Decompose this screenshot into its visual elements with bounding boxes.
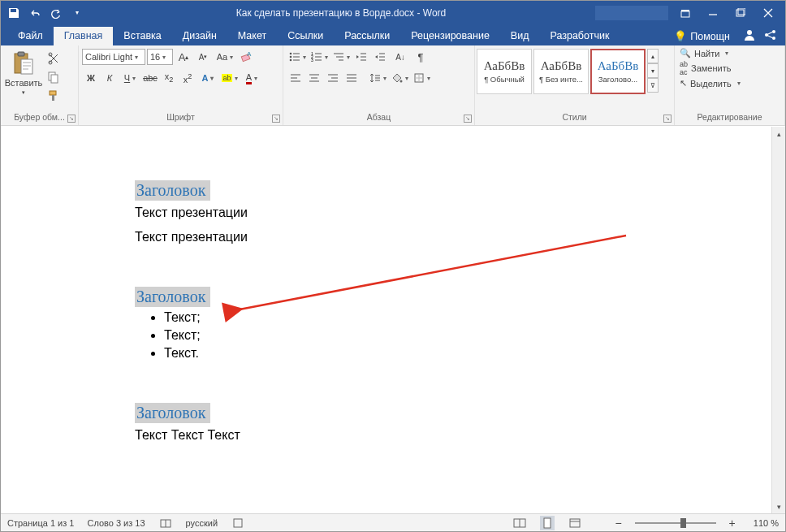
cut-button[interactable] bbox=[45, 50, 63, 67]
bullets-button[interactable]: ▾ bbox=[287, 48, 308, 66]
paragraph-dialog-launcher[interactable]: ↘ bbox=[464, 115, 472, 123]
multilevel-button[interactable]: ▾ bbox=[330, 48, 352, 66]
style-normal[interactable]: АаБбВв ¶ Обычный bbox=[477, 49, 532, 94]
zoom-slider-thumb[interactable] bbox=[680, 518, 686, 528]
sort-button[interactable]: A↓ bbox=[390, 48, 411, 66]
web-icon bbox=[569, 517, 581, 529]
styles-dialog-launcher[interactable]: ↘ bbox=[663, 115, 672, 123]
tab-mailings[interactable]: Рассылки bbox=[334, 27, 400, 45]
tell-me-search[interactable]: 💡 Помощн bbox=[669, 27, 735, 45]
numbering-button[interactable]: 123▾ bbox=[309, 48, 330, 66]
bold-button[interactable]: Ж bbox=[82, 69, 100, 87]
align-left-icon bbox=[290, 72, 301, 84]
align-center-button[interactable] bbox=[305, 69, 323, 87]
gallery-up-button[interactable]: ▴ bbox=[647, 49, 659, 63]
grow-font-button[interactable]: A▴ bbox=[175, 48, 192, 66]
web-layout-button[interactable] bbox=[568, 516, 582, 530]
gallery-more-button[interactable]: ⊽ bbox=[647, 78, 659, 93]
increase-indent-button[interactable] bbox=[371, 48, 389, 66]
justify-button[interactable] bbox=[343, 69, 361, 87]
format-painter-button[interactable] bbox=[45, 87, 63, 105]
document-page[interactable]: Заголовок Текст презентации Текст презен… bbox=[1, 127, 771, 513]
minimize-button[interactable] bbox=[699, 4, 727, 22]
underline-button[interactable]: Ч▾ bbox=[119, 69, 140, 87]
page-indicator[interactable]: Страница 1 из 1 bbox=[7, 518, 74, 528]
tab-design[interactable]: Дизайн bbox=[172, 27, 227, 45]
find-button[interactable]: 🔍Найти▾ bbox=[680, 48, 728, 58]
tab-view[interactable]: Вид bbox=[500, 27, 540, 45]
replace-button[interactable]: abacЗаменить bbox=[680, 60, 731, 76]
font-family-combo[interactable]: Calibri Light▾ bbox=[82, 49, 145, 65]
save-button[interactable] bbox=[4, 4, 24, 22]
clear-format-button[interactable]: A bbox=[238, 48, 256, 66]
zoom-in-button[interactable]: + bbox=[729, 517, 736, 530]
zoom-out-button[interactable]: − bbox=[615, 517, 621, 530]
user-button[interactable] bbox=[741, 27, 758, 43]
superscript-button[interactable]: x2 bbox=[179, 69, 196, 87]
close-button[interactable] bbox=[754, 4, 782, 22]
tab-insert[interactable]: Вставка bbox=[113, 27, 171, 45]
scroll-down-button[interactable]: ▾ bbox=[772, 500, 785, 513]
undo-button[interactable] bbox=[25, 4, 45, 22]
redo-button[interactable] bbox=[46, 4, 66, 22]
svg-point-56 bbox=[399, 80, 402, 83]
zoom-slider[interactable] bbox=[635, 522, 716, 524]
svg-rect-1 bbox=[681, 10, 689, 11]
window-title: Как сделать презентацию в Ворде.docx - W… bbox=[87, 7, 595, 19]
customize-qat-button[interactable]: ▾ bbox=[67, 4, 87, 22]
show-marks-button[interactable]: ¶ bbox=[412, 48, 430, 66]
read-icon bbox=[513, 517, 526, 529]
copy-button[interactable] bbox=[45, 68, 63, 86]
tab-developer[interactable]: Разработчик bbox=[539, 27, 620, 45]
italic-button[interactable]: К bbox=[101, 69, 119, 87]
share-button[interactable] bbox=[762, 27, 779, 43]
style-heading1[interactable]: АаБбВв Заголово... bbox=[590, 49, 646, 94]
tab-references[interactable]: Ссылки bbox=[277, 27, 334, 45]
scroll-up-button[interactable]: ▴ bbox=[772, 127, 785, 141]
font-color-button[interactable]: A▾ bbox=[241, 69, 262, 87]
account-badge[interactable] bbox=[595, 6, 668, 20]
shading-button[interactable]: ▾ bbox=[389, 69, 410, 87]
strike-button[interactable]: abc bbox=[141, 69, 159, 87]
ribbon-options-icon[interactable] bbox=[672, 4, 699, 22]
decrease-indent-button[interactable] bbox=[352, 48, 370, 66]
scroll-thumb[interactable] bbox=[772, 141, 785, 500]
accessibility-button[interactable] bbox=[231, 516, 245, 530]
borders-button[interactable]: ▾ bbox=[411, 69, 432, 87]
style-preview: АаБбВв bbox=[598, 59, 639, 73]
align-left-button[interactable] bbox=[287, 69, 304, 87]
chevron-down-icon: ▾ bbox=[725, 50, 728, 57]
select-button[interactable]: ↖Выделить▾ bbox=[680, 78, 741, 89]
tab-file[interactable]: Файл bbox=[7, 27, 54, 45]
shrink-font-button[interactable]: A▾ bbox=[194, 48, 212, 66]
text-effects-button[interactable]: A▾ bbox=[197, 69, 218, 87]
change-case-button[interactable]: Aa▾ bbox=[214, 48, 236, 66]
paragraph: Текст презентации bbox=[135, 230, 771, 244]
clipboard-dialog-launcher[interactable]: ↘ bbox=[67, 115, 76, 123]
svg-point-5 bbox=[747, 30, 752, 35]
minimize-icon bbox=[708, 8, 718, 18]
line-spacing-button[interactable]: ▾ bbox=[367, 69, 388, 87]
paste-label: Вставить bbox=[5, 78, 43, 88]
style-no-spacing[interactable]: АаБбВв ¶ Без инте... bbox=[533, 49, 589, 94]
tab-review[interactable]: Рецензирование bbox=[400, 27, 500, 45]
print-layout-button[interactable] bbox=[540, 516, 555, 530]
read-mode-button[interactable] bbox=[512, 516, 527, 530]
font-dialog-launcher[interactable]: ↘ bbox=[272, 115, 280, 123]
paste-button[interactable]: Вставить ▾ bbox=[4, 48, 43, 96]
vertical-scrollbar[interactable]: ▴ ▾ bbox=[771, 127, 785, 513]
highlight-button[interactable]: ab▾ bbox=[219, 69, 240, 87]
zoom-level[interactable]: 110 % bbox=[754, 518, 779, 528]
tab-home[interactable]: Главная bbox=[54, 27, 114, 45]
maximize-button[interactable] bbox=[727, 4, 754, 22]
language-indicator[interactable]: русский bbox=[186, 518, 218, 528]
align-right-button[interactable] bbox=[324, 69, 342, 87]
numbering-icon: 123 bbox=[311, 51, 322, 63]
svg-point-6 bbox=[765, 33, 768, 37]
spellcheck-button[interactable] bbox=[158, 516, 173, 530]
subscript-button[interactable]: x2 bbox=[160, 69, 178, 87]
tab-layout[interactable]: Макет bbox=[227, 27, 277, 45]
word-count[interactable]: Слово 3 из 13 bbox=[87, 518, 145, 528]
font-size-combo[interactable]: 16▾ bbox=[147, 49, 173, 65]
gallery-down-button[interactable]: ▾ bbox=[647, 63, 659, 78]
